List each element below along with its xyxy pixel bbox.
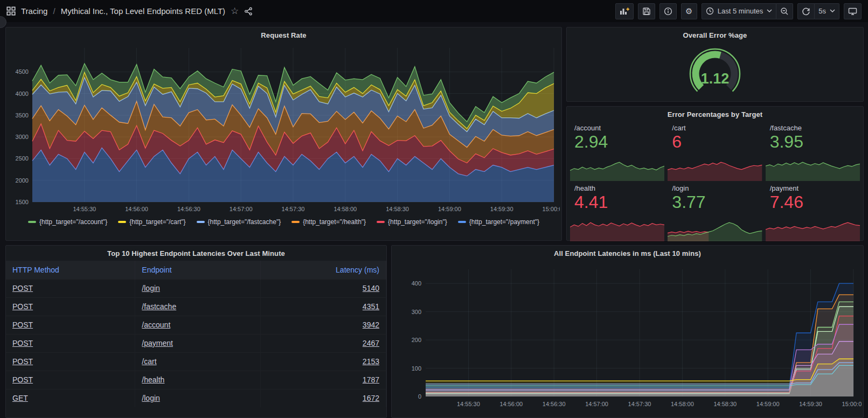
panel-title[interactable]: All Endpoint Latencies in ms (Last 10 mi… (392, 246, 863, 261)
table-row: POST/cart2153 (6, 352, 386, 371)
stat-name: /fastcache (766, 122, 860, 132)
table-cell-link[interactable]: /payment (142, 339, 173, 347)
legend-label: {http_target="/login"} (388, 218, 447, 226)
table-cell-link[interactable]: 4351 (363, 302, 379, 311)
panel-title[interactable]: Request Rate (6, 27, 561, 43)
table-cell-link[interactable]: POST (12, 339, 33, 347)
gear-icon: ⚙ (685, 7, 692, 15)
request-rate-chart[interactable]: 150020002500300035004000450014:55:3014:5… (9, 43, 560, 215)
table-cell: 4351 (261, 297, 386, 316)
table-cell: 2153 (261, 352, 386, 371)
x-axis-tick: 14:57:00 (585, 401, 608, 407)
table-cell: 2467 (261, 334, 386, 352)
chevron-down-icon (830, 9, 835, 13)
table-cell: POST (6, 334, 135, 352)
table-cell-link[interactable]: /account (142, 321, 170, 329)
column-header-0[interactable]: HTTP Method (6, 261, 135, 279)
gauge-value: 1.12 (701, 71, 730, 87)
stat-cell-fastcache[interactable]: /fastcache3.95 (766, 122, 860, 181)
stat-value: 6 (668, 132, 762, 152)
stat-cell-payment[interactable]: /payment7.46 (766, 182, 860, 241)
stat-cell-health[interactable]: /health4.41 (570, 182, 664, 241)
table-cell-link[interactable]: POST (12, 302, 33, 311)
share-icon[interactable] (244, 7, 253, 16)
table-cell-link[interactable]: 2153 (363, 357, 379, 366)
table-cell: /cart (135, 352, 261, 371)
x-axis-tick: 14:58:30 (386, 206, 409, 212)
table-cell-link[interactable]: /login (142, 284, 159, 292)
panel-error-percentages[interactable]: Error Percentages by Target /account2.94… (566, 106, 864, 241)
column-header-1[interactable]: Endpoint (135, 261, 261, 279)
x-axis-tick: 14:55:30 (457, 401, 480, 407)
table-cell: 5140 (261, 279, 386, 297)
table-cell: POST (6, 371, 135, 389)
table-cell-link[interactable]: 2467 (363, 339, 379, 347)
y-axis-tick: 400 (412, 280, 421, 287)
table-row: POST/health1787 (6, 371, 386, 389)
table-cell: POST (6, 279, 135, 297)
x-axis-tick: 14:58:00 (671, 401, 694, 407)
refresh-interval-label: 5s (818, 7, 826, 15)
save-dashboard-button[interactable] (638, 3, 655, 19)
x-axis-tick: 14:56:30 (543, 401, 566, 407)
refresh-button[interactable] (797, 3, 815, 19)
panel-title[interactable]: Top 10 Highest Endpoint Latencies Over L… (6, 246, 386, 261)
panel-request-rate[interactable]: Request Rate 150020002500300035004000450… (5, 27, 562, 241)
table-cell-link[interactable]: POST (12, 321, 33, 329)
favorite-star-icon[interactable]: ☆ (231, 5, 239, 17)
legend-swatch (118, 221, 126, 223)
table-cell-link[interactable]: POST (12, 284, 33, 292)
legend-item[interactable]: {http_target="/payment"} (458, 218, 539, 226)
x-axis-tick: 14:57:30 (282, 206, 305, 212)
legend-item[interactable]: {http_target="/fastcache"} (197, 218, 281, 226)
breadcrumb-root[interactable]: Tracing (21, 6, 47, 16)
panel-top-latencies-table[interactable]: Top 10 Highest Endpoint Latencies Over L… (5, 245, 387, 418)
column-header-2[interactable]: Latency (ms) (261, 261, 386, 279)
table-cell-link[interactable]: 1672 (363, 394, 379, 402)
table-cell-link[interactable]: 3942 (363, 321, 379, 329)
panel-all-endpoint-latencies[interactable]: All Endpoint Latencies in ms (Last 10 mi… (391, 245, 864, 418)
panel-overall-error[interactable]: Overall Error %age 1.12 (566, 27, 864, 102)
stat-name: /cart (668, 122, 762, 132)
x-axis-tick: 15:00:00 (543, 206, 560, 212)
table-cell-link[interactable]: /fastcache (142, 302, 176, 311)
legend-item[interactable]: {http_target="/cart"} (118, 218, 185, 226)
table-cell: /fastcache (135, 297, 261, 316)
legend-item[interactable]: {http_target="/account"} (28, 218, 107, 226)
stat-cell-account[interactable]: /account2.94 (570, 122, 664, 181)
table-cell-link[interactable]: GET (12, 394, 28, 402)
zoom-out-button[interactable] (776, 3, 793, 19)
table-cell: GET (6, 389, 135, 407)
stat-cell-login[interactable]: /login3.77 (668, 182, 762, 241)
table-header-row: HTTP MethodEndpointLatency (ms) (6, 261, 386, 279)
kiosk-mode-button[interactable] (844, 3, 862, 19)
table-cell-link[interactable]: 1787 (363, 375, 379, 384)
table-cell-link[interactable]: 5140 (363, 284, 379, 292)
table-cell: POST (6, 352, 135, 371)
dashboard-insights-button[interactable] (659, 3, 677, 19)
table-cell-link[interactable]: POST (12, 375, 33, 384)
table-cell-link[interactable]: POST (12, 357, 33, 366)
dashboard-settings-button[interactable]: ⚙ (681, 3, 697, 19)
table-cell-link[interactable]: /login (142, 394, 159, 402)
stat-cell-cart[interactable]: /cart6 (668, 122, 762, 181)
time-range-picker[interactable]: Last 5 minutes (702, 3, 777, 19)
legend-item[interactable]: {http_target="/login"} (377, 218, 447, 226)
dashboards-grid-icon[interactable] (6, 6, 16, 16)
panel-title[interactable]: Overall Error %age (567, 27, 863, 43)
add-panel-button[interactable] (615, 3, 634, 19)
stat-value: 7.46 (766, 192, 860, 212)
chevron-down-icon (767, 9, 772, 13)
panel-title[interactable]: Error Percentages by Target (567, 107, 863, 122)
latency-chart[interactable]: 010020030040014:55:3014:56:0014:56:3014:… (394, 261, 862, 416)
stat-value: 2.94 (570, 132, 664, 152)
legend-item[interactable]: {http_target="/health"} (291, 218, 366, 226)
table-cell-link[interactable]: /health (142, 375, 164, 384)
y-axis-tick: 4500 (16, 68, 29, 75)
refresh-interval-dropdown[interactable]: 5s (815, 3, 839, 19)
stat-sparkline (668, 159, 762, 181)
legend-swatch (197, 221, 205, 223)
y-axis-tick: 0 (418, 393, 421, 400)
table-cell-link[interactable]: /cart (142, 357, 156, 366)
x-axis-tick: 14:58:00 (334, 206, 357, 212)
